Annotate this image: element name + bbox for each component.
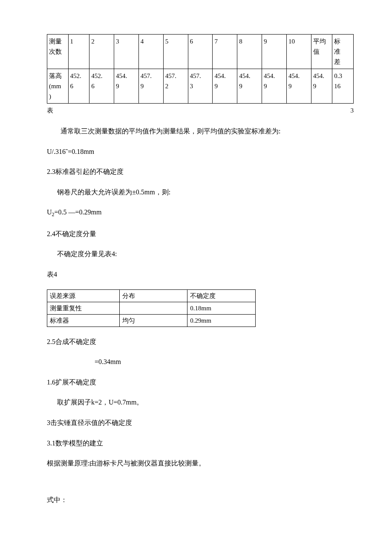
paragraph: 通常取三次测量数据的平均值作为测量结果，则平均值的实验室标准差为: — [47, 126, 349, 137]
cell: 3 — [114, 35, 139, 69]
table-3-caption: 表 3 — [47, 105, 354, 116]
caption-left: 表 — [47, 105, 53, 116]
cell: 分布 — [119, 289, 187, 302]
cell: 均匀 — [119, 314, 187, 327]
cell: 454. 9 — [114, 69, 139, 104]
cell: 4 — [138, 35, 163, 69]
paragraph: U/.316˜=0.18mm — [47, 146, 349, 157]
paragraph: =0.34mm — [95, 356, 349, 367]
formula-pre: U — [47, 208, 52, 216]
cell: 2 — [89, 35, 114, 69]
cell: 6 — [188, 35, 213, 69]
heading: 3击实锤直径示值的不确定度 — [47, 417, 349, 428]
table-row: 误差来源 分布 不确定度 — [47, 289, 256, 302]
table-row: 落高 (mm ) 452. 6 452. 6 454. 9 457. 9 457… — [47, 69, 354, 104]
heading: 3.1数学模型的建立 — [47, 438, 349, 449]
table-row: 标准器 均匀 0.29mm — [47, 314, 256, 327]
heading: 2.3标准器引起的不确定度 — [47, 166, 349, 177]
cell: 454. 9 — [262, 69, 287, 104]
cell: 误差来源 — [47, 289, 120, 302]
table-row: 测量 次数 1 2 3 4 5 6 7 8 9 10 平均 值 标 准 差 — [47, 35, 354, 69]
paragraph: 根据测量原理:由游标卡尺与被测仪器直接比较测量。 — [47, 458, 349, 469]
cell: 0.29mm — [187, 314, 256, 327]
cell: 454. 9 — [237, 69, 262, 104]
cell: 平均 值 — [311, 35, 332, 69]
heading: 2.4不确定度分量 — [47, 228, 349, 240]
cell: 454. 9 — [286, 69, 311, 104]
cell: 1 — [68, 35, 89, 69]
cell: 0.18mm — [187, 302, 256, 314]
cell: 测量重复性 — [47, 302, 120, 314]
cell: 5 — [163, 35, 188, 69]
table-3: 测量 次数 1 2 3 4 5 6 7 8 9 10 平均 值 标 准 差 落高… — [47, 34, 354, 104]
cell: 标 准 差 — [332, 35, 354, 69]
cell: 7 — [213, 35, 237, 69]
paragraph: 式中： — [47, 494, 349, 506]
cell: 452. 6 — [68, 69, 89, 104]
table-4-caption: 表4 — [47, 269, 349, 280]
paragraph: 不确定度分量见表4: — [47, 249, 349, 260]
paragraph: 钢卷尺的最大允许误差为±0.5mm，则: — [47, 187, 349, 198]
cell: 标准器 — [47, 314, 120, 327]
caption-right: 3 — [351, 105, 354, 116]
table-4: 误差来源 分布 不确定度 测量重复性 0.18mm 标准器 均匀 0.29mm — [47, 289, 256, 327]
cell: 不确定度 — [187, 289, 256, 302]
cell: 457. 9 — [138, 69, 163, 104]
heading: 1.6扩展不确定度 — [47, 377, 349, 388]
cell — [119, 302, 187, 314]
cell: 454. 9 — [213, 69, 237, 104]
paragraph: U2=0.5 —=0.29mm — [47, 207, 349, 219]
cell: 454. 9 — [311, 69, 332, 104]
cell: 457. 3 — [188, 69, 213, 104]
cell-label: 落高 (mm ) — [47, 69, 69, 104]
cell: 452. 6 — [89, 69, 114, 104]
cell: 9 — [262, 35, 287, 69]
cell: 10 — [286, 35, 311, 69]
paragraph: 取扩展因子k=2，U=0.7mm。 — [47, 397, 349, 408]
cell-label: 测量 次数 — [47, 35, 69, 69]
formula-post: =0.5 —=0.29mm — [55, 208, 102, 216]
heading: 2.5合成不确定度 — [47, 336, 349, 347]
cell: 0.3 16 — [332, 69, 354, 104]
cell: 8 — [237, 35, 262, 69]
cell: 457. 2 — [163, 69, 188, 104]
table-row: 测量重复性 0.18mm — [47, 302, 256, 314]
